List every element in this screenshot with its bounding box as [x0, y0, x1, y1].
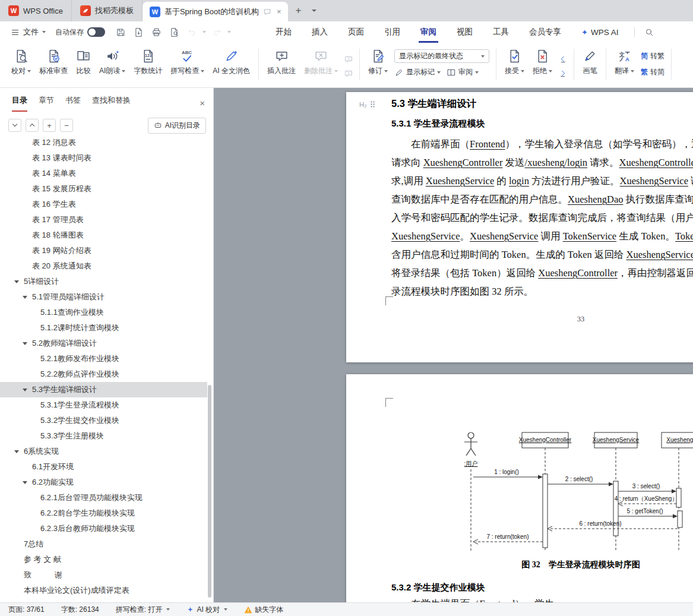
- status-ai-proofread[interactable]: AI 校对: [186, 605, 227, 615]
- simplified-to-traditional-button[interactable]: 简 转繁: [641, 51, 664, 61]
- outline-item[interactable]: 6.2.2前台学生功能模块实现: [0, 506, 207, 521]
- tab-chapter[interactable]: 章节: [39, 95, 54, 112]
- outline-item[interactable]: 6.2.1后台管理员功能模块实现: [0, 490, 207, 506]
- file-menu-button[interactable]: 文件: [7, 24, 49, 40]
- redo-button[interactable]: [210, 25, 224, 39]
- sidebar-scrollbar[interactable]: [208, 385, 211, 598]
- menu-tab-tools[interactable]: 工具: [483, 21, 519, 43]
- next-change-button[interactable]: [558, 69, 568, 78]
- ai-polish-button[interactable]: AI 全文润色: [208, 46, 254, 85]
- redo-options-icon[interactable]: [227, 31, 231, 33]
- heading-level-marker[interactable]: H₂: [359, 100, 375, 108]
- insert-comment-button[interactable]: 插入批注: [263, 46, 300, 85]
- close-pane-icon[interactable]: ×: [200, 98, 205, 112]
- menu-tab-reference[interactable]: 引用: [374, 21, 410, 43]
- tab-toc[interactable]: 目录: [12, 95, 27, 112]
- menu-tab-page[interactable]: 页面: [338, 21, 374, 43]
- print-preview-button[interactable]: [167, 25, 181, 39]
- spell-check-button[interactable]: ABC 拼写检查: [166, 46, 208, 85]
- proofread-button[interactable]: 校对: [7, 46, 35, 85]
- standard-review-button[interactable]: 标准审查: [35, 46, 72, 85]
- expand-arrow-icon[interactable]: [23, 388, 27, 391]
- tab-list-dropdown[interactable]: [308, 0, 320, 21]
- outline-item[interactable]: 6.2.3后台教师功能模块实现: [0, 521, 207, 536]
- autosave-toggle[interactable]: [87, 27, 105, 37]
- outline-item[interactable]: 6系统实现: [0, 444, 207, 459]
- new-tab-button[interactable]: +: [288, 0, 308, 21]
- expand-arrow-icon[interactable]: [23, 481, 27, 484]
- next-comment-button[interactable]: [344, 69, 353, 78]
- expand-arrow-icon[interactable]: [14, 280, 19, 283]
- menu-tab-home[interactable]: 开始: [265, 21, 302, 43]
- previous-change-button[interactable]: [558, 55, 568, 64]
- collapse-all-button[interactable]: [26, 119, 39, 132]
- markup-state-select[interactable]: 显示标记的最终状态: [394, 49, 489, 63]
- ink-brush-button[interactable]: 画笔: [578, 46, 602, 85]
- translate-button[interactable]: 文A 翻译: [610, 46, 638, 85]
- undo-button[interactable]: [185, 25, 199, 39]
- status-word-count[interactable]: 字数: 26134: [61, 605, 99, 615]
- outline-item[interactable]: 表 12 消息表: [0, 139, 207, 150]
- outline-item[interactable]: 5.1管理员端详细设计: [0, 289, 207, 305]
- outline-item[interactable]: 7总结: [0, 536, 207, 552]
- drag-handle-icon[interactable]: [370, 100, 375, 108]
- search-icon[interactable]: [642, 25, 656, 39]
- status-page-indicator[interactable]: 页面: 37/61: [8, 605, 45, 615]
- show-markup-button[interactable]: 显示标记: [394, 67, 441, 77]
- outline-item[interactable]: 5.1.1查询作业模块: [0, 305, 207, 320]
- reject-change-button[interactable]: 拒绝: [529, 46, 556, 85]
- menu-tab-view[interactable]: 视图: [447, 21, 483, 43]
- outline-item[interactable]: 参 考 文 献: [0, 552, 207, 567]
- status-missing-font[interactable]: 缺失字体: [244, 605, 283, 615]
- export-pdf-button[interactable]: [131, 25, 145, 39]
- tab-docer-templates[interactable]: 找稻壳模板: [72, 0, 143, 21]
- zoom-out-button[interactable]: −: [60, 119, 73, 132]
- menu-tab-member[interactable]: 会员专享: [519, 21, 571, 43]
- expand-arrow-icon[interactable]: [23, 342, 27, 345]
- ai-recognize-toc-button[interactable]: AI识别目录: [148, 118, 206, 134]
- document-canvas[interactable]: H₂ 5.3 学生端详细设计 5.3.1 学生登录流程模块 在前端界面（Fron…: [214, 88, 693, 602]
- outline-item[interactable]: 5.2.2教师点评作业模块: [0, 367, 207, 382]
- outline-item[interactable]: 表 13 课表时间表: [0, 150, 207, 166]
- outline-item[interactable]: 表 16 学生表: [0, 197, 207, 212]
- outline-item[interactable]: 表 14 菜单表: [0, 166, 207, 181]
- outline-item[interactable]: 5.2教师端详细设计: [0, 336, 207, 351]
- outline-item[interactable]: 5.2.1教师发布作业模块: [0, 351, 207, 367]
- outline-item[interactable]: 6.1开发环境: [0, 459, 207, 475]
- outline-item[interactable]: 5详细设计: [0, 274, 207, 289]
- save-button[interactable]: [113, 25, 128, 39]
- menu-tab-review[interactable]: 审阅: [410, 21, 447, 43]
- tab-wps-home[interactable]: W WPS Office: [0, 0, 72, 21]
- outline-item[interactable]: 表 17 管理员表: [0, 212, 207, 228]
- outline-item[interactable]: 表 15 发展历程表: [0, 181, 207, 197]
- compare-button[interactable]: 比较: [72, 46, 95, 85]
- previous-comment-button[interactable]: [344, 55, 353, 64]
- close-tab-icon[interactable]: ×: [276, 7, 283, 16]
- tab-bookmark[interactable]: 书签: [65, 95, 81, 112]
- tab-document[interactable]: W 基于Spring Boot的培训机构 ×: [143, 2, 289, 21]
- outline-item[interactable]: 致 谢: [0, 567, 207, 583]
- outline-item[interactable]: 5.3.3学生注册模块: [0, 428, 207, 444]
- outline-item[interactable]: 6.2功能实现: [0, 475, 207, 490]
- document-page-34[interactable]: :用户 XueshengController XueshengService X…: [346, 374, 693, 602]
- outline-item[interactable]: 5.1.2课时统计查询模块: [0, 320, 207, 336]
- print-button[interactable]: [149, 25, 163, 39]
- document-page-33[interactable]: H₂ 5.3 学生端详细设计 5.3.1 学生登录流程模块 在前端界面（Fron…: [346, 92, 693, 362]
- tab-find-replace[interactable]: 查找和替换: [92, 95, 131, 112]
- traditional-to-simplified-button[interactable]: 繁 转简: [641, 67, 664, 77]
- accept-change-button[interactable]: 接受: [501, 46, 529, 85]
- outline-item[interactable]: 表 20 系统通知表: [0, 258, 207, 274]
- undo-options-icon[interactable]: [202, 31, 206, 33]
- status-spell-check[interactable]: 拼写检查: 打开: [116, 605, 170, 615]
- expand-all-button[interactable]: [8, 119, 21, 132]
- track-changes-button[interactable]: 修订: [364, 46, 392, 85]
- review-pane-button[interactable]: 审阅: [447, 67, 479, 77]
- outline-item[interactable]: 表 19 网站介绍表: [0, 243, 207, 258]
- outline-item[interactable]: 5.3.1学生登录流程模块: [0, 397, 207, 413]
- expand-arrow-icon[interactable]: [23, 296, 27, 299]
- menu-tab-wps-ai[interactable]: ✦WPS AI: [571, 21, 628, 43]
- outline-item[interactable]: 本科毕业论文(设计)成绩评定表: [0, 583, 207, 598]
- outline-item[interactable]: 5.3学生端详细设计: [0, 382, 207, 397]
- delete-comment-button[interactable]: 删除批注: [300, 46, 342, 85]
- zoom-in-button[interactable]: +: [43, 119, 56, 132]
